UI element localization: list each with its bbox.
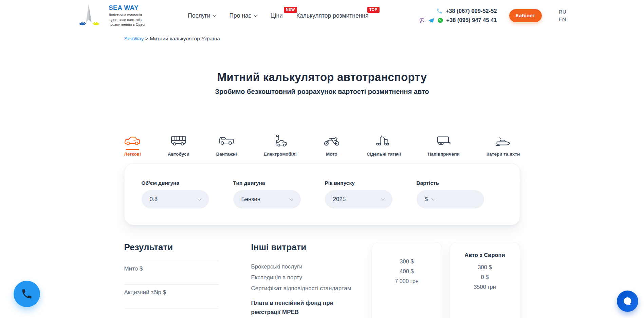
chevron-down-icon bbox=[213, 13, 216, 17]
cabinet-button[interactable]: Кабінет bbox=[509, 9, 542, 22]
yacht-icon bbox=[495, 133, 511, 147]
phone-number-primary[interactable]: +38 (067) 009-52-52 bbox=[446, 8, 497, 14]
tab-moto[interactable]: Мото bbox=[324, 133, 340, 157]
page-title: Митний калькулятор автотранспорту bbox=[0, 71, 644, 84]
results-section: Результати Мито $ Акцизний збір $ bbox=[124, 242, 218, 309]
other-cost-item: Брокерські послуги bbox=[251, 261, 357, 272]
tab-buses[interactable]: Автобуси bbox=[168, 133, 189, 157]
logo[interactable]: SEA WAY Логістична компанія з доставки в… bbox=[78, 3, 145, 28]
header-contacts: +38 (067) 009-52-52 +38 (095) 947 45 41 bbox=[419, 8, 497, 23]
truck-icon bbox=[218, 133, 235, 147]
page: SEA WAY Логістична компанія з доставки в… bbox=[0, 0, 644, 318]
results-title: Результати bbox=[124, 242, 218, 253]
language-switcher: RU EN bbox=[559, 9, 566, 22]
trailer-icon bbox=[436, 133, 452, 147]
currency-symbol[interactable]: $ bbox=[425, 196, 428, 203]
page-subtitle: Зробимо безкоштовний розрахунок вартості… bbox=[0, 88, 644, 96]
nav-item-customs-calculator[interactable]: Калькулятор розмитнення TOP bbox=[296, 12, 369, 19]
price-cards: 300 $ 400 $ 7 000 грн Авто з Європи 300 … bbox=[372, 242, 520, 318]
seaway-logo-icon bbox=[78, 3, 100, 28]
result-row-duty: Мито $ bbox=[124, 261, 218, 284]
engine-volume-select[interactable]: 0.8 bbox=[142, 190, 209, 208]
chevron-down-icon bbox=[254, 13, 257, 17]
motorcycle-icon bbox=[324, 133, 340, 147]
cost-input[interactable]: $ bbox=[417, 190, 484, 208]
vehicle-type-tabs: Легкові Автобуси bbox=[124, 133, 520, 157]
tab-cars[interactable]: Легкові bbox=[124, 133, 141, 157]
breadcrumb-current: Митний калькулятор Україна bbox=[150, 36, 220, 41]
phone-number-secondary[interactable]: +38 (095) 947 45 41 bbox=[446, 17, 497, 23]
tab-boats-yachts[interactable]: Катери та яхти bbox=[486, 133, 520, 157]
car-icon bbox=[124, 133, 141, 147]
chevron-down-icon bbox=[431, 197, 435, 200]
tab-trucks[interactable]: Вантажні bbox=[216, 133, 237, 157]
phone-call-fab[interactable] bbox=[14, 281, 40, 307]
price-card-title: Авто з Європи bbox=[450, 252, 520, 258]
active-tab-underline bbox=[126, 149, 139, 150]
main-nav: Послуги Про нас Ціни NEW Калькулятор роз… bbox=[188, 12, 368, 19]
price-card-europe: Авто з Європи 300 $ 0 $ 3500 грн bbox=[450, 242, 520, 318]
other-cost-item: Експедиція в порту bbox=[251, 272, 357, 283]
new-badge: NEW bbox=[284, 7, 297, 13]
chat-widget-fab[interactable] bbox=[617, 291, 638, 312]
other-costs-title: Інші витрати bbox=[251, 242, 357, 253]
phone-secondary-row: +38 (095) 947 45 41 bbox=[419, 17, 497, 23]
price-value: 0 $ bbox=[450, 272, 520, 282]
chevron-down-icon bbox=[381, 197, 385, 200]
chevron-down-icon bbox=[198, 197, 201, 200]
whatsapp-icon[interactable] bbox=[437, 17, 443, 23]
lang-en[interactable]: EN bbox=[559, 16, 566, 22]
phone-icon bbox=[436, 8, 443, 14]
field-cost: Вартість $ bbox=[417, 180, 484, 208]
tab-semi-trailers[interactable]: Напівпричепи bbox=[428, 133, 460, 157]
phone-fab-icon bbox=[21, 288, 33, 300]
field-engine-volume: Об'єм двигуна 0.8 bbox=[142, 180, 209, 208]
header: SEA WAY Логістична компанія з доставки в… bbox=[0, 0, 644, 31]
viber-icon[interactable] bbox=[419, 17, 425, 23]
engine-type-select[interactable]: Бензин bbox=[233, 190, 301, 208]
price-value: 300 $ bbox=[450, 262, 520, 272]
other-costs-section: Інші витрати Брокерські послуги Експедиц… bbox=[251, 242, 357, 317]
electric-car-icon bbox=[272, 133, 288, 147]
breadcrumb-home-link[interactable]: SeaWay bbox=[124, 36, 144, 41]
tab-semi-trucks[interactable]: Сідельні тягачі bbox=[367, 133, 401, 157]
field-engine-type: Тип двигуна Бензин bbox=[233, 180, 301, 208]
year-select[interactable]: 2025 bbox=[325, 190, 392, 208]
semi-truck-icon bbox=[375, 133, 392, 147]
price-value: 3500 грн bbox=[450, 282, 520, 292]
lang-ru[interactable]: RU bbox=[559, 9, 566, 15]
bottom-section: Результати Мито $ Акцизний збір $ Інші в… bbox=[124, 242, 520, 318]
nav-item-about[interactable]: Про нас bbox=[229, 12, 257, 19]
telegram-icon[interactable] bbox=[428, 17, 434, 23]
field-year: Рік випуску 2025 bbox=[325, 180, 392, 208]
other-cost-item-pension-fund: Плата в пенсійний фонд при реєстрації МР… bbox=[251, 298, 342, 317]
nav-item-services[interactable]: Послуги bbox=[188, 12, 216, 19]
nav-item-prices[interactable]: Ціни NEW bbox=[271, 12, 283, 19]
phone-primary-row: +38 (067) 009-52-52 bbox=[436, 8, 497, 14]
chat-bubble-icon bbox=[622, 296, 633, 307]
chevron-down-icon bbox=[289, 197, 293, 200]
price-value: 300 $ bbox=[372, 257, 442, 266]
logo-title: SEA WAY bbox=[109, 4, 145, 12]
breadcrumb-separator: > bbox=[145, 36, 148, 41]
price-card-generic: 300 $ 400 $ 7 000 грн bbox=[372, 242, 442, 318]
bus-icon bbox=[170, 133, 187, 147]
result-row-excise: Акцизний збір $ bbox=[124, 284, 218, 308]
logo-tagline: Логістична компанія з доставки вантажів … bbox=[109, 13, 145, 27]
calculator-form-card: Об'єм двигуна 0.8 Тип двигуна Бензин Рік… bbox=[124, 163, 520, 225]
price-value: 400 $ bbox=[372, 266, 442, 276]
tab-electric-cars[interactable]: Електромобілі bbox=[264, 133, 297, 157]
price-value: 7 000 грн bbox=[372, 276, 442, 286]
breadcrumb: SeaWay > Митний калькулятор Україна bbox=[124, 36, 520, 42]
hero: Митний калькулятор автотранспорту Зробим… bbox=[0, 71, 644, 96]
other-cost-item: Сертифікат відповідності стандартам bbox=[251, 283, 357, 294]
top-badge: TOP bbox=[367, 7, 380, 13]
